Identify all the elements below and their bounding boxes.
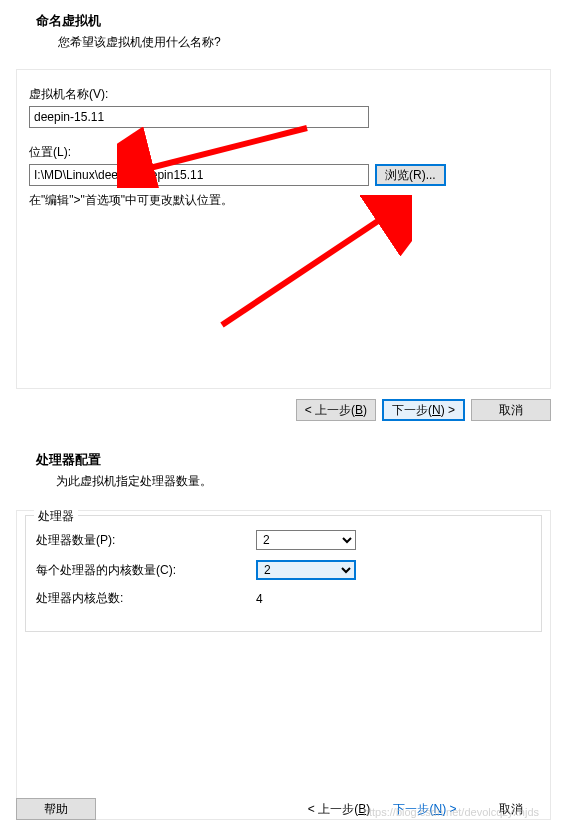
cores-per-proc-select[interactable]: 2: [256, 560, 356, 580]
next-button[interactable]: 下一步(N) >: [382, 399, 465, 421]
dialog-title: 处理器配置: [0, 451, 567, 469]
total-cores-value: 4: [256, 592, 263, 606]
dialog-subtitle: 为此虚拟机指定处理器数量。: [0, 473, 567, 490]
vm-name-label: 虚拟机名称(V):: [29, 86, 538, 103]
vm-name-input[interactable]: [29, 106, 369, 128]
total-cores-label: 处理器内核总数:: [36, 590, 256, 607]
vm-location-input[interactable]: [29, 164, 369, 186]
watermark-text: https://blog.csdn.net/devolcqzyxnjds: [363, 806, 539, 818]
annotation-arrow-icon: [192, 195, 412, 335]
processor-panel: 处理器 处理器数量(P): 2 每个处理器的内核数量(C): 2 处理器内核总数…: [16, 510, 551, 820]
proc-count-select[interactable]: 2: [256, 530, 356, 550]
wizard-button-row: < 上一步(B) 下一步(N) > 取消: [16, 399, 551, 421]
browse-button[interactable]: 浏览(R)...: [375, 164, 446, 186]
processor-group: 处理器 处理器数量(P): 2 每个处理器的内核数量(C): 2 处理器内核总数…: [25, 515, 542, 632]
svg-line-3: [222, 215, 387, 325]
name-vm-panel: 虚拟机名称(V): 位置(L): 浏览(R)... 在"编辑">"首选项"中可更…: [16, 69, 551, 389]
back-button[interactable]: < 上一步(B): [296, 399, 376, 421]
cores-per-proc-label: 每个处理器的内核数量(C):: [36, 562, 256, 579]
dialog-subtitle: 您希望该虚拟机使用什么名称?: [18, 34, 549, 51]
dialog-title: 命名虚拟机: [18, 12, 549, 30]
proc-count-label: 处理器数量(P):: [36, 532, 256, 549]
location-hint: 在"编辑">"首选项"中可更改默认位置。: [29, 192, 538, 209]
vm-location-label: 位置(L):: [29, 144, 538, 161]
help-button[interactable]: 帮助: [16, 798, 96, 820]
processor-group-label: 处理器: [34, 508, 78, 525]
cancel-button[interactable]: 取消: [471, 399, 551, 421]
